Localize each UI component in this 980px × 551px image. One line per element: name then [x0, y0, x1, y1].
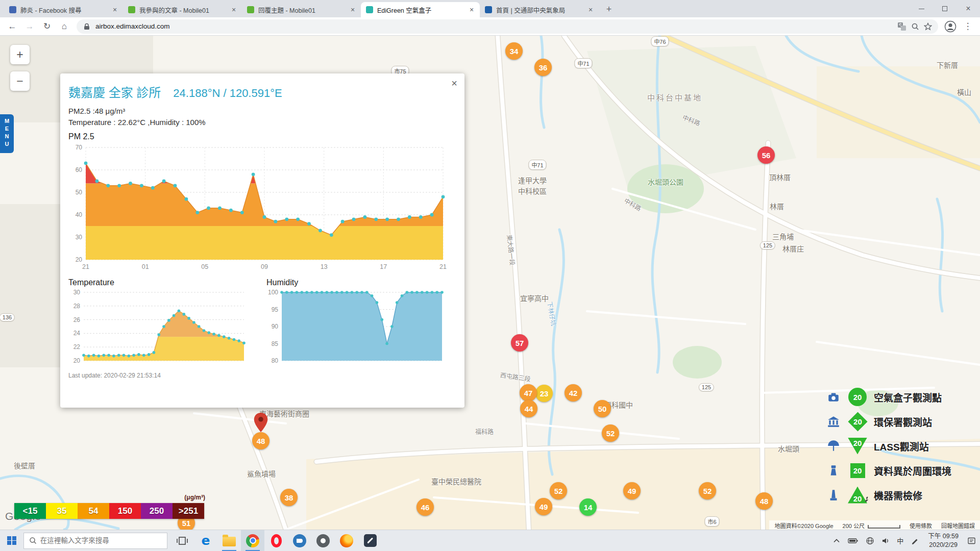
svg-text:17: 17 — [380, 263, 387, 270]
legend-square-icon: 20 — [850, 463, 865, 478]
tab-favicon — [247, 6, 254, 13]
address-bar[interactable]: airbox.edimaxcloud.com — [77, 19, 938, 34]
legend-label: 資料異於周圍環境 — [874, 464, 951, 478]
browser-tab[interactable]: 首頁 | 交通部中央氣象局× — [480, 2, 599, 17]
camera-app-icon — [316, 534, 330, 547]
pen-icon — [911, 536, 919, 545]
tray-date: 2020/2/29 — [929, 541, 958, 549]
browser-tab[interactable]: 回覆主題 - Mobile01× — [242, 2, 361, 17]
profile-avatar[interactable] — [943, 19, 958, 34]
action-center-button[interactable] — [964, 530, 980, 551]
map-place-label: 林厝庄 — [782, 243, 804, 254]
tray-expand-button[interactable] — [829, 530, 844, 551]
start-button[interactable] — [0, 530, 23, 551]
network-indicator[interactable] — [862, 530, 878, 551]
map-canvas[interactable]: 下新厝橫山中科台中基地逢甲大學中科校區水堀頭公園頂林厝林厝三角埔林厝庄宜寧高中下… — [0, 36, 980, 530]
map-place-label: 鯊魚墳場 — [247, 468, 276, 479]
chrome-taskbar-button[interactable] — [241, 530, 264, 551]
museum-icon — [826, 415, 841, 428]
back-button[interactable]: ← — [5, 19, 19, 34]
minimize-button[interactable] — [910, 0, 933, 17]
zoom-page-icon[interactable] — [911, 22, 919, 31]
aqi-marker[interactable]: 34 — [505, 42, 523, 60]
browser-tab[interactable]: EdiGreen 空氣盒子× — [361, 2, 480, 17]
opera-taskbar-button[interactable] — [264, 530, 288, 551]
last-update-text: Last update: 2020-02-29 21:53:14 — [68, 372, 456, 379]
tab-close-icon[interactable]: × — [111, 6, 119, 14]
aqi-marker[interactable]: 49 — [535, 498, 552, 515]
ime-indicator[interactable]: 中 — [893, 530, 907, 551]
temperature-chart-block: Temperature 202224262830 — [68, 278, 248, 366]
search-icon — [29, 537, 36, 544]
taskbar-search[interactable] — [23, 533, 167, 549]
firefox-icon — [340, 534, 353, 547]
journal-app-taskbar-button[interactable] — [358, 530, 382, 551]
report-error-link[interactable]: 回報地圖錯誤 — [941, 521, 975, 530]
aqi-marker[interactable]: 48 — [755, 492, 773, 510]
aqi-marker[interactable]: 44 — [520, 400, 537, 417]
clock[interactable]: 下午 09:59 2020/2/29 — [923, 530, 964, 551]
battery-indicator[interactable] — [844, 530, 862, 551]
tab-close-icon[interactable]: × — [230, 6, 238, 14]
forward-button[interactable]: → — [22, 19, 37, 34]
aqi-marker[interactable]: 36 — [534, 59, 552, 76]
aqi-marker[interactable]: 57 — [511, 334, 528, 352]
aqi-marker[interactable]: 52 — [699, 482, 716, 499]
thunderbird-taskbar-button[interactable] — [288, 530, 311, 551]
legend-label: 機器需檢修 — [874, 488, 922, 502]
aqi-marker[interactable]: 42 — [565, 384, 582, 402]
station-coordinates: 24.188°N / 120.591°E — [173, 87, 282, 100]
map-place-label: 三角埔 — [772, 231, 794, 241]
firefox-taskbar-button[interactable] — [335, 530, 358, 551]
bookmark-star-icon[interactable] — [924, 22, 932, 31]
camera-app-taskbar-button[interactable] — [311, 530, 335, 551]
new-tab-button[interactable]: + — [602, 2, 616, 16]
road-shield: 市6 — [704, 516, 719, 527]
aqi-marker[interactable]: 52 — [602, 424, 619, 442]
pen-settings[interactable] — [907, 530, 923, 551]
tab-close-icon[interactable]: × — [468, 6, 476, 14]
search-input[interactable] — [40, 537, 162, 544]
volume-indicator[interactable] — [878, 530, 893, 551]
tab-close-icon[interactable]: × — [349, 6, 357, 14]
station-popup: × 魏嘉慶 全家 診所 24.188°N / 120.591°E PM2.5 :… — [60, 73, 464, 408]
battery-icon — [848, 537, 859, 545]
tab-close-icon[interactable]: × — [586, 6, 595, 14]
translate-icon[interactable] — [897, 22, 906, 31]
task-view-button[interactable] — [170, 530, 194, 551]
edge-taskbar-button[interactable]: e — [194, 530, 217, 551]
aqi-marker[interactable]: 38 — [280, 489, 298, 506]
close-icon[interactable]: × — [451, 78, 457, 89]
browser-tab[interactable]: 肺炎 - Facebook 搜尋× — [4, 2, 123, 17]
scale-unit-label: (μg/m³) — [153, 494, 205, 501]
aqi-marker[interactable]: 47 — [520, 384, 537, 402]
side-menu-tab[interactable]: MENU — [0, 114, 14, 153]
aqi-marker[interactable]: 48 — [252, 432, 270, 449]
legend-row: 20環保署觀測站 — [826, 411, 951, 432]
terms-link[interactable]: 使用條款 — [910, 521, 932, 530]
browser-tab[interactable]: 我參與的文章 - Mobile01× — [123, 2, 242, 17]
humidity-chart-title: Humidity — [266, 278, 446, 287]
refresh-button[interactable]: ↻ — [40, 19, 54, 34]
svg-text:60: 60 — [76, 166, 83, 173]
maximize-button[interactable] — [933, 0, 957, 17]
aqi-marker[interactable]: 56 — [757, 146, 775, 164]
aqi-marker[interactable]: 49 — [623, 482, 641, 499]
aqi-marker[interactable]: 50 — [594, 400, 611, 417]
zoom-in-button[interactable]: + — [10, 45, 30, 64]
zoom-out-button[interactable]: − — [10, 71, 30, 91]
window-controls: × — [910, 0, 980, 17]
svg-text:20: 20 — [74, 357, 81, 364]
road-shield: 中71 — [574, 58, 592, 68]
aqi-marker[interactable]: 23 — [535, 385, 553, 402]
aqi-marker[interactable]: 52 — [550, 482, 567, 499]
aqi-marker[interactable]: 14 — [579, 498, 597, 516]
windows-taskbar: e 中 下午 09:59 2020/2/29 — [0, 530, 980, 551]
browser-menu-icon[interactable]: ⋮ — [961, 19, 975, 34]
minimize-icon — [919, 9, 924, 9]
file-explorer-taskbar-button[interactable] — [217, 530, 241, 551]
selected-station-pin[interactable] — [253, 413, 268, 434]
close-window-button[interactable]: × — [957, 0, 980, 17]
aqi-marker[interactable]: 46 — [416, 498, 434, 516]
home-button[interactable]: ⌂ — [57, 19, 71, 34]
